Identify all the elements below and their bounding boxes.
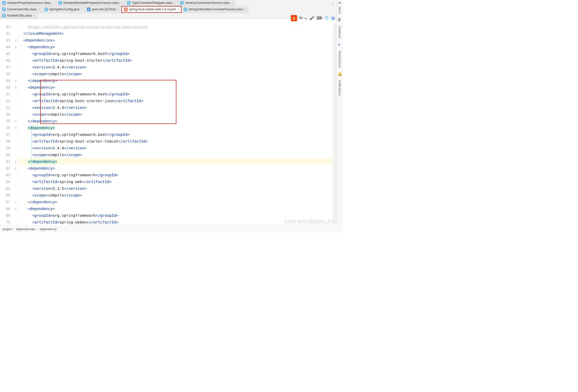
breadcrumb-bar[interactable]: project› dependencies› dependency xyxy=(0,226,343,232)
class-file-icon: C xyxy=(2,1,6,5)
code-line[interactable]: </dependency> xyxy=(19,118,336,124)
database-icon[interactable]: 🗄 xyxy=(338,18,342,22)
tab-label: TypeConverterDelegate.class xyxy=(132,1,173,5)
code-editor[interactable]: 4142434445464748495051525354555657585960… xyxy=(0,23,336,225)
watermark: CSDN @幼儿园里的山大王 xyxy=(285,219,335,225)
code-line[interactable]: <dependency> xyxy=(19,165,336,172)
editor-tab[interactable]: CStringToNumberConverterFactory.class× xyxy=(182,6,248,13)
code-line[interactable]: <scope>compile</scope> xyxy=(19,111,336,118)
code-line[interactable]: <dependency> xyxy=(19,84,336,91)
fold-toggle-icon[interactable]: ⊟ xyxy=(15,127,16,129)
shirt-icon[interactable]: 👕 xyxy=(324,16,329,20)
close-icon[interactable]: × xyxy=(81,8,82,11)
code-line[interactable]: <artifactId>spring-boot-starter-tomcat</… xyxy=(19,138,336,145)
ime-lang[interactable]: 中 xyxy=(299,16,303,21)
code-line[interactable]: <artifactId>spring-boot-starter</artifac… xyxy=(19,57,336,64)
scrollbar[interactable] xyxy=(333,23,336,225)
close-icon[interactable]: × xyxy=(52,2,54,4)
code-line[interactable]: <artifactId>spring-boot-starter-json</ar… xyxy=(19,97,336,104)
editor-tab[interactable]: CConversionUtils.class× xyxy=(0,6,42,13)
close-icon[interactable]: × xyxy=(231,2,233,4)
ime-punct[interactable]: •, xyxy=(305,16,307,20)
code-area[interactable]: https://github.com/spring-projects/sprin… xyxy=(19,23,336,225)
editor-tab[interactable]: CTypeConverterDelegate.class× xyxy=(125,0,178,6)
rail-notif[interactable]: Notifications xyxy=(338,80,341,96)
crumb-1[interactable]: dependencies xyxy=(16,227,36,231)
class-file-icon: C xyxy=(2,14,6,17)
code-line[interactable]: <dependency> xyxy=(19,205,336,212)
editor-tab[interactable]: mpom.xml (EsTest)× xyxy=(85,6,121,13)
rail-rest[interactable]: RestServices xyxy=(338,51,341,68)
code-line[interactable]: <groupId>org.springframework.boot</group… xyxy=(19,131,336,138)
tab-label: GenericConversionService.class xyxy=(185,1,230,5)
mic-icon[interactable]: 🎤 xyxy=(309,16,314,20)
code-line[interactable]: <version>2.4.4</version> xyxy=(19,64,336,71)
code-line[interactable]: <artifactId>spring-web</artifactId> xyxy=(19,178,336,185)
editor-tab[interactable]: CGenericConversionService.class× xyxy=(178,0,235,6)
fold-toggle-icon[interactable]: ⊟ xyxy=(15,39,16,42)
fold-toggle-icon[interactable]: ⊟ xyxy=(15,207,16,210)
rest-icon[interactable]: ⊕ xyxy=(338,43,342,47)
tab-overflow-icon[interactable]: ⋮ xyxy=(331,2,334,5)
editor-tab[interactable]: ⚙spring-boot-starter-web-2.4.4.pom× xyxy=(121,6,182,13)
code-line[interactable]: <dependency> xyxy=(19,44,336,50)
rail-maven[interactable]: Mave xyxy=(338,7,341,14)
fold-column[interactable]: ⊟⊟⊟⊟⊟⊟⊟⊟⊟⊟ xyxy=(13,23,19,225)
close-icon[interactable]: × xyxy=(38,8,40,11)
code-line[interactable]: <scope>compile</scope> xyxy=(19,192,336,199)
tab-label: AbstractPropertyAccessor.class xyxy=(7,1,51,5)
fold-toggle-icon[interactable]: ⊟ xyxy=(15,160,16,163)
fold-toggle-icon[interactable]: ⊟ xyxy=(15,201,16,204)
code-line[interactable]: </dependency> xyxy=(19,158,336,165)
fold-toggle-icon[interactable]: ⊟ xyxy=(15,46,16,48)
crumb-0[interactable]: project xyxy=(3,227,12,231)
code-line[interactable]: <groupId>org.springframework</groupId> xyxy=(19,212,336,219)
code-line[interactable]: </issueManagement> xyxy=(19,30,336,37)
code-line[interactable]: <scope>compile</scope> xyxy=(19,71,336,77)
editor-tab[interactable]: CSpringMvcConfig.java× xyxy=(42,6,85,13)
fold-toggle-icon[interactable]: ⊟ xyxy=(15,86,16,89)
code-line[interactable]: <dependency> xyxy=(19,124,336,131)
code-line[interactable]: https://github.com/spring-projects/sprin… xyxy=(19,23,336,30)
rail-database[interactable]: Database xyxy=(338,26,341,38)
close-icon[interactable]: × xyxy=(177,8,179,11)
bell-icon[interactable]: 🔔 xyxy=(338,72,342,76)
tab-label: NumberUtils.class xyxy=(7,14,32,17)
code-line[interactable]: </dependency> xyxy=(19,77,336,84)
maven-icon[interactable]: m xyxy=(339,1,341,4)
class-file-icon: C xyxy=(127,1,130,5)
code-line[interactable]: <version>5.3.5</version> xyxy=(19,185,336,192)
fold-toggle-icon[interactable]: ⊟ xyxy=(15,120,16,123)
maven-file-icon: m xyxy=(87,8,91,11)
close-icon[interactable]: × xyxy=(121,2,122,4)
editor-tab[interactable]: CAbstractNestablePropertyAccessor.class× xyxy=(56,0,125,6)
code-line[interactable]: <groupId>org.springframework</groupId> xyxy=(19,172,336,178)
editor-tab[interactable]: CNumberUtils.class× xyxy=(0,13,38,19)
tab-label: SpringMvcConfig.java xyxy=(49,8,80,11)
close-icon[interactable]: × xyxy=(34,14,35,17)
class-file-icon: C xyxy=(2,8,6,11)
fold-toggle-icon[interactable]: ⊟ xyxy=(15,79,16,82)
class-file-icon: C xyxy=(180,1,184,5)
xml-file-icon: ⚙ xyxy=(124,8,128,11)
keyboard-icon[interactable]: ⌨ xyxy=(316,16,322,20)
class-file-icon: C xyxy=(58,1,62,5)
code-line[interactable]: <dependencies> xyxy=(19,37,336,44)
fold-toggle-icon[interactable]: ⊟ xyxy=(15,167,16,170)
tab-label: pom.xml (EsTest) xyxy=(92,8,116,11)
class-file-icon: C xyxy=(44,8,48,11)
close-icon[interactable]: × xyxy=(174,2,176,4)
code-line[interactable]: </dependency> xyxy=(19,199,336,205)
grid-icon[interactable]: ▦ xyxy=(331,16,335,20)
close-icon[interactable]: × xyxy=(244,8,246,11)
editor-tab[interactable]: CAbstractPropertyAccessor.class× xyxy=(0,0,56,6)
code-line[interactable]: <version>2.4.4</version> xyxy=(19,145,336,151)
code-line[interactable]: <groupId>org.springframework.boot</group… xyxy=(19,91,336,97)
code-line[interactable]: <groupId>org.springframework.boot</group… xyxy=(19,50,336,57)
class-file-icon: C xyxy=(184,8,187,11)
code-line[interactable]: <version>2.4.4</version> xyxy=(19,104,336,111)
crumb-2[interactable]: dependency xyxy=(40,227,57,231)
code-line[interactable]: <scope>compile</scope> xyxy=(19,151,336,158)
close-icon[interactable]: × xyxy=(118,8,119,11)
sogou-ime-icon[interactable]: S xyxy=(291,15,297,21)
